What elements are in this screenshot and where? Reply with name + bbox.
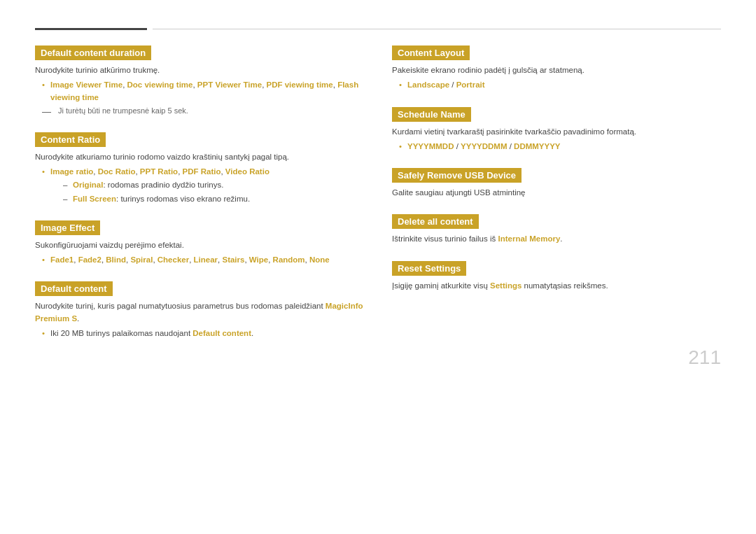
link-fade1: Fade1 [50,255,74,264]
note-dash: — [42,106,51,117]
link-linear: Linear [194,255,218,264]
desc-content-ratio: Nurodykite atkuriamo turinio rodomo vaiz… [35,151,364,163]
section-title-reset-settings: Reset Settings [392,261,466,276]
link-internal-memory: Internal Memory [498,234,560,243]
section-content-ratio: Content Ratio Nurodykite atkuriamo turin… [35,132,364,205]
section-default-content: Default content Nurodykite turinį, kuris… [35,281,364,339]
list-schedule-name: YYYYMMDD / YYYYDDMM / DDMMYYYY [392,141,721,153]
note-default-content-duration: — Ji turėtų būti ne trumpesnė kaip 5 sek… [35,106,364,117]
link-stairs: Stairs [222,255,244,264]
content-columns: Default content duration Nurodykite turi… [35,45,721,355]
rule-dark [35,28,147,30]
list-content-layout: Landscape / Portrait [392,79,721,91]
section-schedule-name: Schedule Name Kurdami vietinį tvarkarašt… [392,107,721,153]
link-pdf-ratio: PDF Ratio [183,167,221,176]
desc-image-effect: Sukonfigūruojami vaizdų perėjimo efektai… [35,239,364,251]
desc-default-content-duration: Nurodykite turinio atkūrimo trukmę. [35,64,364,76]
link-default-content: Default content [192,329,251,337]
list-content-ratio: Image ratio, Doc Ratio, PPT Ratio, PDF R… [35,166,364,205]
section-title-content-layout: Content Layout [392,45,470,60]
right-column: Content Layout Pakeiskite ekrano rodinio… [392,45,721,355]
link-ppt-viewer-time: PPT Viewer Time [197,80,262,89]
page-number: 211 [688,346,721,369]
link-ppt-ratio: PPT Ratio [140,167,178,176]
link-pdf-viewing-time: PDF viewing time [267,80,333,89]
section-delete-all-content: Delete all content Ištrinkite visus turi… [392,214,721,245]
link-checker: Checker [158,255,189,264]
section-title-safely-remove-usb: Safely Remove USB Device [392,168,522,183]
top-rules [35,28,721,30]
section-title-image-effect: Image Effect [35,220,100,235]
link-ddmmyyyy: DDMMYYYY [514,142,560,150]
sub-item-original: Original: rodomas pradinio dydžio turiny… [63,179,364,191]
desc-delete-all-content: Ištrinkite visus turinio failus iš Inter… [392,233,721,245]
sub-item-fullscreen: Full Screen: turinys rodomas viso ekrano… [63,193,364,205]
link-video-ratio: Video Ratio [225,167,270,176]
note-text: Ji turėtų būti ne trumpesnė kaip 5 sek. [58,106,188,115]
section-default-content-duration: Default content duration Nurodykite turi… [35,45,364,117]
section-title-delete-all-content: Delete all content [392,214,479,229]
link-blind: Blind [106,255,126,264]
desc-content-layout: Pakeiskite ekrano rodinio padėtį į gulsč… [392,64,721,76]
list-image-effect: Fade1, Fade2, Blind, Spiral, Checker, Li… [35,254,364,266]
page: Default content duration Nurodykite turi… [0,0,756,383]
left-column: Default content duration Nurodykite turi… [35,45,364,355]
list-default-content-duration: Image Viewer Time, Doc viewing time, PPT… [35,79,364,104]
desc-safely-remove-usb: Galite saugiau atjungti USB atmintinę [392,187,721,199]
section-title-default-content-duration: Default content duration [35,45,151,60]
link-settings: Settings [490,281,522,290]
list-item-layout: Landscape / Portrait [399,79,721,91]
link-spiral: Spiral [130,255,153,264]
link-fullscreen: Full Screen [73,195,116,203]
list-item-effects: Fade1, Fade2, Blind, Spiral, Checker, Li… [42,254,364,266]
link-landscape: Landscape [407,80,449,89]
section-title-schedule-name: Schedule Name [392,107,471,122]
link-portrait: Portrait [456,80,485,89]
link-random: Random [273,255,305,264]
link-image-ratio: Image ratio [50,167,93,176]
section-title-default-content: Default content [35,281,113,296]
desc-schedule-name: Kurdami vietinį tvarkaraštį pasirinkite … [392,126,721,138]
desc-reset-settings: Įsigiję gaminį atkurkite visų Settings n… [392,280,721,292]
link-wipe: Wipe [249,255,268,264]
section-title-content-ratio: Content Ratio [35,132,106,147]
list-item-ratios: Image ratio, Doc Ratio, PPT Ratio, PDF R… [42,166,364,205]
list-default-content: Iki 20 MB turinys palaikomas naudojant D… [35,328,364,339]
list-item-default-content: Iki 20 MB turinys palaikomas naudojant D… [42,328,364,339]
desc-default-content: Nurodykite turinį, kuris pagal numatytuo… [35,300,364,325]
rule-light [153,29,721,29]
link-yyyyddmm: YYYYDDMM [461,142,507,150]
section-content-layout: Content Layout Pakeiskite ekrano rodinio… [392,45,721,92]
link-doc-ratio: Doc Ratio [98,167,136,176]
link-doc-viewing-time: Doc viewing time [127,80,193,89]
list-item-schedule: YYYYMMDD / YYYYDDMM / DDMMYYYY [399,141,721,153]
section-reset-settings: Reset Settings Įsigiję gaminį atkurkite … [392,261,721,292]
section-image-effect: Image Effect Sukonfigūruojami vaizdų per… [35,220,364,267]
link-yyyymmdd: YYYYMMDD [407,142,454,150]
link-image-viewer-time: Image Viewer Time [50,80,122,89]
link-none: None [309,255,330,264]
section-safely-remove-usb: Safely Remove USB Device Galite saugiau … [392,168,721,199]
sub-list-ratio: Original: rodomas pradinio dydžio turiny… [50,179,364,205]
list-item: Image Viewer Time, Doc viewing time, PPT… [42,79,364,104]
link-fade2: Fade2 [78,255,102,264]
link-original: Original [73,181,103,189]
link-magicinfo: MagicInfo Premium S [35,302,363,322]
